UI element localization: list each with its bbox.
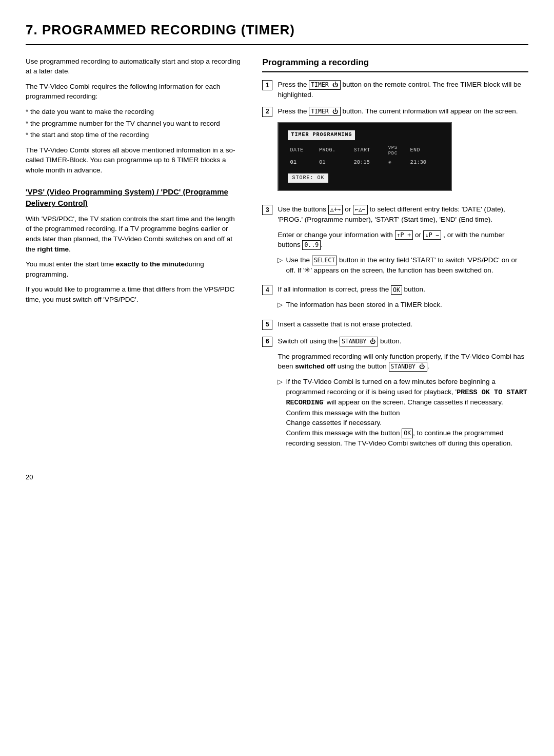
list-item: the start and stop time of the recording	[26, 130, 242, 140]
list-item: the date you want to make the recording	[26, 107, 242, 117]
vps-heading: 'VPS' (Video Programming System) / 'PDC'…	[26, 186, 242, 209]
step-number-4: 4	[262, 285, 272, 295]
key-ok-tip6: OK	[402, 429, 413, 438]
col-start: START	[351, 145, 386, 158]
key-backward: ←△−	[353, 205, 368, 215]
col-vps: VPSPDC	[386, 145, 408, 158]
section-heading: Programming a recording	[262, 56, 528, 73]
screen-title: TIMER PROGRAMMING	[288, 130, 355, 140]
key-standby-sub: STANDBY ⏻	[389, 362, 427, 372]
step-4-tip-content: The information has been stored in a TIM…	[286, 300, 528, 310]
tip-arrow-icon-4: ▷	[278, 300, 283, 310]
intro-para-3: The TV-Video Combi stores all above ment…	[26, 145, 242, 176]
step-2-content: Press the TIMER ⏻ button. The current in…	[278, 106, 528, 199]
step-4-content: If all information is correct, press the…	[278, 284, 528, 313]
step-number-3: 3	[262, 205, 272, 215]
step-1: 1 Press the TIMER ⏻ button on the remote…	[262, 80, 528, 100]
list-item: the programme number for the TV channel …	[26, 119, 242, 129]
cell-date: 01	[288, 158, 317, 167]
timer-button-1: TIMER ⏻	[309, 80, 341, 90]
right-column: Programming a recording 1 Press the TIME…	[262, 56, 528, 458]
vps-para-3: If you would like to programme a time th…	[26, 284, 242, 304]
requirements-list: the date you want to make the recording …	[26, 107, 242, 140]
step-number-2: 2	[262, 107, 272, 117]
cell-prog: 01	[317, 158, 351, 167]
step-6-tip: ▷ If the TV-Video Combi is turned on a f…	[278, 377, 528, 448]
cell-vps-star: ✳	[386, 158, 408, 167]
step-3-tip-content: Use the SELECT button in the entry field…	[286, 255, 528, 275]
key-forward: △+→	[328, 205, 343, 215]
step-1-content: Press the TIMER ⏻ button on the remote c…	[278, 80, 528, 100]
cell-start: 20:15	[351, 158, 386, 167]
screen-store-label: STORE: OK	[288, 173, 328, 183]
intro-para-2: The TV-Video Combi requires the followin…	[26, 82, 242, 102]
step-5: 5 Insert a cassette that is not erase pr…	[262, 319, 528, 330]
step-2: 2 Press the TIMER ⏻ button. The current …	[262, 106, 528, 199]
step-6: 6 Switch off using the STANDBY ⏻ button.…	[262, 336, 528, 451]
key-standby-6: STANDBY ⏻	[340, 337, 378, 346]
screen-mockup: TIMER PROGRAMMING DATE PROG. START VPSPD…	[278, 122, 452, 191]
step-number-1: 1	[262, 80, 272, 90]
step-5-content: Insert a cassette that is not erase prot…	[278, 319, 528, 329]
left-column: Use programmed recording to automaticall…	[26, 56, 242, 310]
key-select: SELECT	[312, 256, 338, 265]
step-4: 4 If all information is correct, press t…	[262, 284, 528, 313]
step-3-content: Use the buttons △+→ or ←△− to select dif…	[278, 204, 528, 278]
step-3-tip: ▷ Use the SELECT button in the entry fie…	[278, 255, 528, 275]
vps-para-2: You must enter the start time exactly to…	[26, 259, 242, 279]
step-6-content: Switch off using the STANDBY ⏻ button. T…	[278, 336, 528, 451]
intro-para-1: Use programmed recording to automaticall…	[26, 56, 242, 76]
content-layout: Use programmed recording to automaticall…	[26, 56, 528, 458]
step-4-tip: ▷ The information has been stored in a T…	[278, 300, 528, 310]
step-number-5: 5	[262, 320, 272, 330]
step-6-tip-content: If the TV-Video Combi is turned on a few…	[286, 377, 528, 448]
screen-table: DATE PROG. START VPSPDC END 01 01	[288, 145, 442, 167]
vps-para-1: With 'VPS/PDC', the TV station controls …	[26, 214, 242, 254]
timer-button-2: TIMER ⏻	[309, 107, 341, 117]
step-number-6: 6	[262, 337, 272, 347]
step-3: 3 Use the buttons △+→ or ←△− to select d…	[262, 204, 528, 278]
key-numbers: 0..9	[302, 240, 321, 250]
key-down-minus: ↓P −	[423, 230, 442, 240]
key-up-plus: ↑P +	[395, 230, 413, 240]
page-title: 7. PROGRAMMED RECORDING (TIMER)	[26, 21, 528, 45]
tip-arrow-icon: ▷	[278, 256, 283, 265]
col-date: DATE	[288, 145, 317, 158]
col-end: END	[408, 145, 442, 158]
cell-end: 21:30	[408, 158, 442, 167]
tip-arrow-icon-6: ▷	[278, 377, 283, 387]
page-number: 20	[26, 473, 528, 482]
key-ok-4: OK	[391, 285, 402, 295]
col-prog: PROG.	[317, 145, 351, 158]
